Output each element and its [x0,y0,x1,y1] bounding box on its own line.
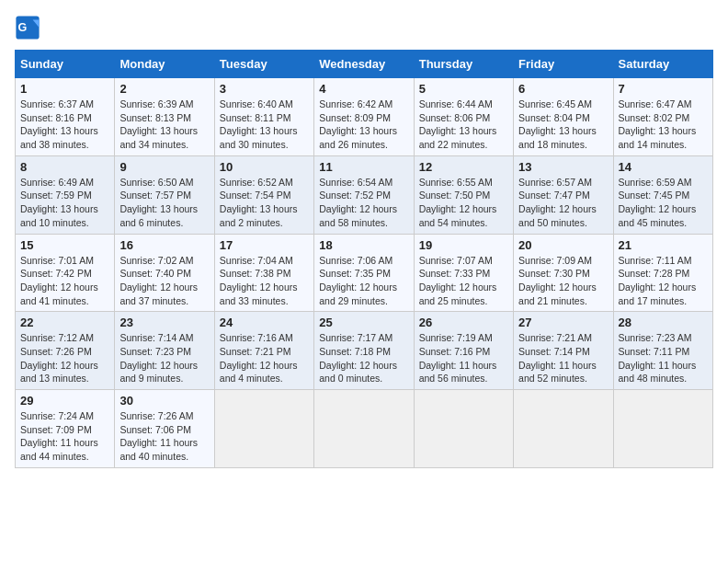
calendar-cell: 8 Sunrise: 6:49 AM Sunset: 7:59 PM Dayli… [16,155,115,234]
day-number: 11 [319,160,408,174]
calendar-cell: 18 Sunrise: 7:06 AM Sunset: 7:35 PM Dayl… [314,234,414,312]
day-info: Sunrise: 6:50 AM Sunset: 7:57 PM Dayligh… [119,176,209,230]
calendar-cell: 7 Sunrise: 6:47 AM Sunset: 8:02 PM Dayli… [613,78,712,156]
day-info: Sunrise: 6:49 AM Sunset: 7:59 PM Dayligh… [20,176,109,230]
day-number: 28 [619,316,708,329]
calendar-cell: 22 Sunrise: 7:12 AM Sunset: 7:26 PM Dayl… [16,312,115,390]
day-number: 13 [518,160,608,174]
day-info: Sunrise: 6:37 AM Sunset: 8:16 PM Dayligh… [20,98,109,152]
calendar-cell [414,390,513,468]
day-number: 24 [220,316,309,329]
day-info: Sunrise: 6:45 AM Sunset: 8:04 PM Dayligh… [518,98,608,152]
day-number: 18 [319,238,408,252]
day-info: Sunrise: 7:07 AM Sunset: 7:33 PM Dayligh… [419,254,508,308]
day-info: Sunrise: 7:06 AM Sunset: 7:35 PM Dayligh… [319,254,408,308]
calendar-week-1: 8 Sunrise: 6:49 AM Sunset: 7:59 PM Dayli… [16,155,713,234]
day-info: Sunrise: 7:23 AM Sunset: 7:11 PM Dayligh… [619,331,708,385]
day-number: 5 [419,82,508,96]
day-info: Sunrise: 6:59 AM Sunset: 7:45 PM Dayligh… [619,176,708,230]
calendar-cell: 5 Sunrise: 6:44 AM Sunset: 8:06 PM Dayli… [414,78,513,156]
header-friday: Friday [514,51,613,78]
day-number: 1 [20,82,109,96]
logo: G [15,15,44,40]
calendar-cell: 4 Sunrise: 6:42 AM Sunset: 8:09 PM Dayli… [314,78,414,156]
day-info: Sunrise: 6:54 AM Sunset: 7:52 PM Dayligh… [319,176,408,230]
calendar-cell: 16 Sunrise: 7:02 AM Sunset: 7:40 PM Dayl… [115,234,214,312]
day-info: Sunrise: 6:44 AM Sunset: 8:06 PM Dayligh… [419,98,508,152]
calendar-week-4: 29 Sunrise: 7:24 AM Sunset: 7:09 PM Dayl… [16,390,713,468]
day-info: Sunrise: 6:42 AM Sunset: 8:09 PM Dayligh… [319,98,408,152]
calendar-table: SundayMondayTuesdayWednesdayThursdayFrid… [15,50,713,468]
svg-text:G: G [18,21,28,34]
day-info: Sunrise: 7:24 AM Sunset: 7:09 PM Dayligh… [20,409,109,464]
day-number: 14 [619,160,708,174]
day-info: Sunrise: 6:40 AM Sunset: 8:11 PM Dayligh… [220,98,309,152]
header-sunday: Sunday [16,51,115,78]
day-number: 25 [319,316,408,329]
calendar-week-3: 22 Sunrise: 7:12 AM Sunset: 7:26 PM Dayl… [16,312,713,390]
calendar-cell: 6 Sunrise: 6:45 AM Sunset: 8:04 PM Dayli… [514,78,613,156]
day-info: Sunrise: 7:14 AM Sunset: 7:23 PM Dayligh… [119,331,209,385]
day-info: Sunrise: 7:01 AM Sunset: 7:42 PM Dayligh… [20,254,109,308]
calendar-cell: 17 Sunrise: 7:04 AM Sunset: 7:38 PM Dayl… [214,234,313,312]
calendar-cell: 30 Sunrise: 7:26 AM Sunset: 7:06 PM Dayl… [115,390,214,468]
calendar-cell: 14 Sunrise: 6:59 AM Sunset: 7:45 PM Dayl… [613,155,712,234]
calendar-cell: 29 Sunrise: 7:24 AM Sunset: 7:09 PM Dayl… [16,390,115,468]
day-number: 12 [419,160,508,174]
calendar-cell: 13 Sunrise: 6:57 AM Sunset: 7:47 PM Dayl… [514,155,613,234]
calendar-cell [514,390,613,468]
header-monday: Monday [115,51,214,78]
calendar-cell: 26 Sunrise: 7:19 AM Sunset: 7:16 PM Dayl… [414,312,513,390]
calendar-cell [613,390,712,468]
calendar-week-0: 1 Sunrise: 6:37 AM Sunset: 8:16 PM Dayli… [16,78,713,156]
day-number: 17 [220,238,309,252]
calendar-header-row: SundayMondayTuesdayWednesdayThursdayFrid… [16,51,713,78]
day-number: 29 [20,394,109,408]
header-saturday: Saturday [613,51,712,78]
day-info: Sunrise: 7:12 AM Sunset: 7:26 PM Dayligh… [20,331,109,385]
calendar-cell: 3 Sunrise: 6:40 AM Sunset: 8:11 PM Dayli… [214,78,313,156]
page-header: G [15,15,713,40]
day-number: 9 [119,160,209,174]
day-info: Sunrise: 7:09 AM Sunset: 7:30 PM Dayligh… [518,254,608,308]
day-info: Sunrise: 7:19 AM Sunset: 7:16 PM Dayligh… [419,331,508,385]
day-info: Sunrise: 7:21 AM Sunset: 7:14 PM Dayligh… [518,331,608,385]
day-number: 22 [20,316,109,329]
day-info: Sunrise: 7:04 AM Sunset: 7:38 PM Dayligh… [220,254,309,308]
day-number: 6 [518,82,608,96]
day-number: 21 [619,238,708,252]
calendar-cell [214,390,313,468]
day-number: 15 [20,238,109,252]
day-number: 23 [119,316,209,329]
day-number: 20 [518,238,608,252]
day-info: Sunrise: 7:17 AM Sunset: 7:18 PM Dayligh… [319,331,408,385]
calendar-cell: 19 Sunrise: 7:07 AM Sunset: 7:33 PM Dayl… [414,234,513,312]
calendar-cell: 20 Sunrise: 7:09 AM Sunset: 7:30 PM Dayl… [514,234,613,312]
day-number: 19 [419,238,508,252]
logo-icon: G [15,15,40,40]
calendar-cell: 23 Sunrise: 7:14 AM Sunset: 7:23 PM Dayl… [115,312,214,390]
day-number: 7 [619,82,708,96]
day-info: Sunrise: 7:11 AM Sunset: 7:28 PM Dayligh… [619,254,708,308]
calendar-cell: 27 Sunrise: 7:21 AM Sunset: 7:14 PM Dayl… [514,312,613,390]
calendar-cell: 15 Sunrise: 7:01 AM Sunset: 7:42 PM Dayl… [16,234,115,312]
calendar-week-2: 15 Sunrise: 7:01 AM Sunset: 7:42 PM Dayl… [16,234,713,312]
day-info: Sunrise: 7:26 AM Sunset: 7:06 PM Dayligh… [119,409,209,464]
day-number: 26 [419,316,508,329]
day-info: Sunrise: 6:57 AM Sunset: 7:47 PM Dayligh… [518,176,608,230]
day-info: Sunrise: 6:55 AM Sunset: 7:50 PM Dayligh… [419,176,508,230]
calendar-cell: 24 Sunrise: 7:16 AM Sunset: 7:21 PM Dayl… [214,312,313,390]
calendar-cell: 2 Sunrise: 6:39 AM Sunset: 8:13 PM Dayli… [115,78,214,156]
calendar-cell: 9 Sunrise: 6:50 AM Sunset: 7:57 PM Dayli… [115,155,214,234]
day-info: Sunrise: 6:52 AM Sunset: 7:54 PM Dayligh… [220,176,309,230]
day-number: 3 [220,82,309,96]
header-tuesday: Tuesday [214,51,313,78]
day-info: Sunrise: 6:39 AM Sunset: 8:13 PM Dayligh… [119,98,209,152]
calendar-cell: 12 Sunrise: 6:55 AM Sunset: 7:50 PM Dayl… [414,155,513,234]
day-number: 27 [518,316,608,329]
calendar-cell: 28 Sunrise: 7:23 AM Sunset: 7:11 PM Dayl… [613,312,712,390]
day-number: 30 [119,394,209,408]
calendar-cell: 21 Sunrise: 7:11 AM Sunset: 7:28 PM Dayl… [613,234,712,312]
day-number: 2 [119,82,209,96]
day-number: 4 [319,82,408,96]
